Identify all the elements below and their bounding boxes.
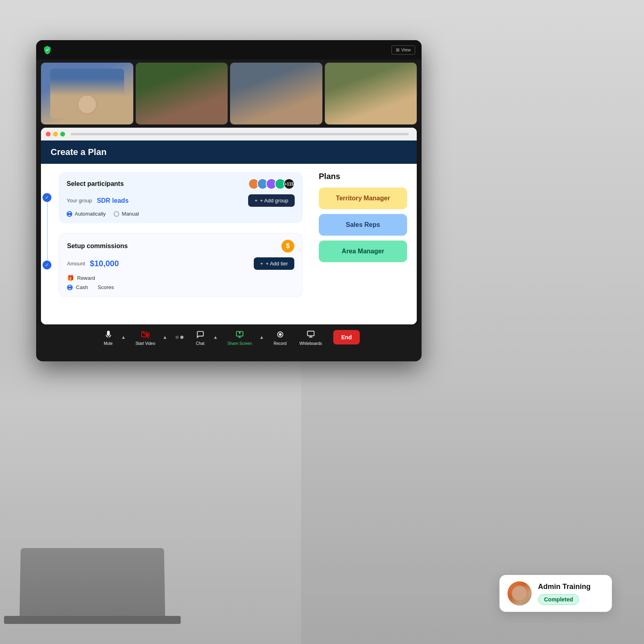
start-video-button[interactable]: Start Video <box>130 326 160 348</box>
notification-card: Admin Training Completed <box>499 575 612 612</box>
mute-label: Mute <box>104 341 112 346</box>
mute-chevron[interactable]: ▲ <box>120 333 128 342</box>
amount-row: Amount $10,000 + + Add tier <box>67 257 294 270</box>
participants-card: Select participants +115 Your group <box>59 172 303 223</box>
share-screen-control-group: Share Screen ▲ <box>223 326 266 348</box>
video-off-icon <box>140 329 151 340</box>
plan-area-manager[interactable]: Area Manager <box>319 240 407 262</box>
page-dot-1 <box>175 336 179 339</box>
manual-radio-dot <box>114 211 119 217</box>
view-grid-icon: ⊞ <box>396 47 399 53</box>
video-cell-3[interactable] <box>230 63 322 124</box>
end-call-button[interactable]: End <box>333 330 360 344</box>
participant-video-2 <box>136 63 228 124</box>
avatar-count: +115 <box>283 178 295 190</box>
video-grid <box>36 59 422 128</box>
plus-icon: + <box>255 198 258 204</box>
video-window: ⊞ View <box>36 40 422 361</box>
notification-content: Admin Training Completed <box>538 583 604 605</box>
scores-row: Cash Scores <box>67 284 294 290</box>
commission-header: Setup commissions $ <box>67 240 294 253</box>
view-button[interactable]: ⊞ View <box>391 45 415 55</box>
group-label: Your group <box>67 198 92 204</box>
whiteboard-label: Whiteboards <box>300 341 322 346</box>
amount-label: Amount <box>67 261 85 267</box>
share-screen-button[interactable]: Share Screen <box>223 326 257 348</box>
page-dot-2 <box>180 336 183 339</box>
participants-card-title: Select participants +115 <box>67 178 295 190</box>
svg-point-4 <box>279 334 281 336</box>
share-chevron[interactable]: ▲ <box>258 333 266 342</box>
mute-button[interactable]: Mute <box>98 326 119 348</box>
commission-title: Setup commissions <box>67 243 128 250</box>
participant-video-3 <box>230 63 322 124</box>
whiteboard-button[interactable]: Whiteboards <box>295 326 327 348</box>
video-chevron[interactable]: ▲ <box>161 333 169 342</box>
share-screen-label: Share Screen <box>228 341 252 346</box>
plan-sales-reps[interactable]: Sales Reps <box>319 214 407 236</box>
dollar-icon: $ <box>281 240 294 253</box>
plan-territory-manager[interactable]: Territory Manager <box>319 187 407 209</box>
mute-control-group: Mute ▲ <box>98 326 128 348</box>
screen-share-content: Create a Plan ✓ Select participants <box>41 128 417 324</box>
whiteboard-control-group: Whiteboards <box>295 326 327 348</box>
svg-rect-5 <box>308 331 314 336</box>
chat-button[interactable]: Chat <box>190 326 211 348</box>
chat-icon <box>195 329 206 340</box>
add-group-button[interactable]: + + Add group <box>248 194 295 207</box>
record-icon <box>275 329 286 340</box>
avatar-stack: +115 <box>248 178 295 190</box>
video-cell-4[interactable] <box>325 63 417 124</box>
notification-title: Admin Training <box>538 583 604 591</box>
page-indicator <box>175 336 183 339</box>
maximize-window-button[interactable] <box>60 132 65 137</box>
chat-chevron[interactable]: ▲ <box>212 333 220 342</box>
timeline-dot-1: ✓ <box>43 193 51 202</box>
share-screen-icon <box>234 329 245 340</box>
chat-label: Chat <box>196 341 204 346</box>
group-value: SDR leads <box>97 197 128 204</box>
plans-title: Plans <box>319 172 407 181</box>
gift-icon: 🎁 <box>67 275 74 281</box>
radio-row: Automatically Manual <box>67 211 295 217</box>
shield-icon-wrap <box>43 45 52 55</box>
record-label: Record <box>274 341 287 346</box>
whiteboard-icon <box>305 329 316 340</box>
cash-radio-dot <box>67 285 73 290</box>
video-topbar: ⊞ View <box>36 40 422 59</box>
auto-radio[interactable]: Automatically <box>67 211 106 217</box>
participant-video-1 <box>41 63 133 124</box>
commissions-card: Setup commissions $ Amount $10,000 + + A… <box>59 233 303 297</box>
amount-value: $10,000 <box>90 259 119 268</box>
shield-icon <box>43 45 52 55</box>
app-titlebar <box>41 128 417 141</box>
left-panel: ✓ Select participants +115 <box>51 172 303 314</box>
video-control-group: Start Video ▲ <box>130 326 169 348</box>
participant-video-4 <box>325 63 417 124</box>
titlebar-progress-bar <box>71 133 409 135</box>
video-cell-2[interactable] <box>136 63 228 124</box>
timeline-line <box>47 198 48 270</box>
app-header-title: Create a Plan <box>51 147 407 157</box>
record-button[interactable]: Record <box>269 326 291 348</box>
close-window-button[interactable] <box>46 132 51 137</box>
laptop-base <box>4 616 181 624</box>
mute-icon <box>103 329 114 340</box>
manual-radio[interactable]: Manual <box>114 211 139 217</box>
group-row: Your group SDR leads + + Add group <box>67 194 295 207</box>
minimize-window-button[interactable] <box>53 132 58 137</box>
right-panel: Plans Territory Manager Sales Reps Area … <box>319 172 407 314</box>
video-label: Start Video <box>135 341 155 346</box>
notification-avatar <box>507 581 532 605</box>
plus-tier-icon: + <box>260 261 263 267</box>
laptop-screen <box>20 548 165 620</box>
app-body: ✓ Select participants +115 <box>41 164 417 322</box>
auto-radio-dot <box>67 211 72 217</box>
video-cell-1[interactable] <box>41 63 133 124</box>
person-background <box>0 343 301 644</box>
add-tier-button[interactable]: + + Add tier <box>254 257 294 270</box>
record-control-group: Record <box>269 326 291 348</box>
app-header: Create a Plan <box>41 141 417 164</box>
notification-completed-badge: Completed <box>538 594 579 605</box>
reward-row: 🎁 Reward <box>67 275 294 281</box>
